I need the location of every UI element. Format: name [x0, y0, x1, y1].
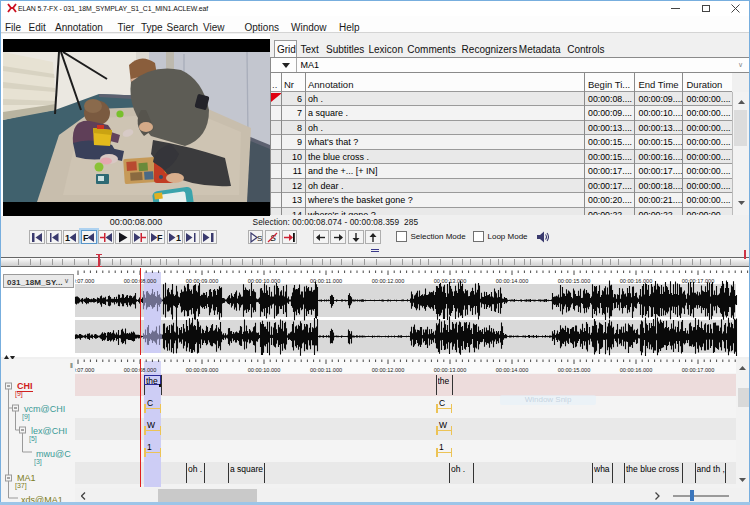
svg-text:00:00:10.000: 00:00:10.000 [248, 366, 281, 372]
svg-text:00:00:11.000: 00:00:11.000 [310, 366, 342, 372]
svg-text:00:00:07.000: 00:00:07.000 [75, 366, 94, 372]
svg-text:00:00:12.000: 00:00:12.000 [372, 366, 405, 372]
svg-text:00:00:13.000: 00:00:13.000 [434, 366, 467, 372]
svg-text:00:00:14.000: 00:00:14.000 [496, 366, 529, 372]
svg-text:00:00:15.000: 00:00:15.000 [558, 366, 591, 372]
svg-text:00:00:16.000: 00:00:16.000 [620, 366, 653, 372]
svg-text:00:00:09.000: 00:00:09.000 [186, 366, 219, 372]
svg-text:00:00:17.000: 00:00:17.000 [682, 366, 715, 372]
